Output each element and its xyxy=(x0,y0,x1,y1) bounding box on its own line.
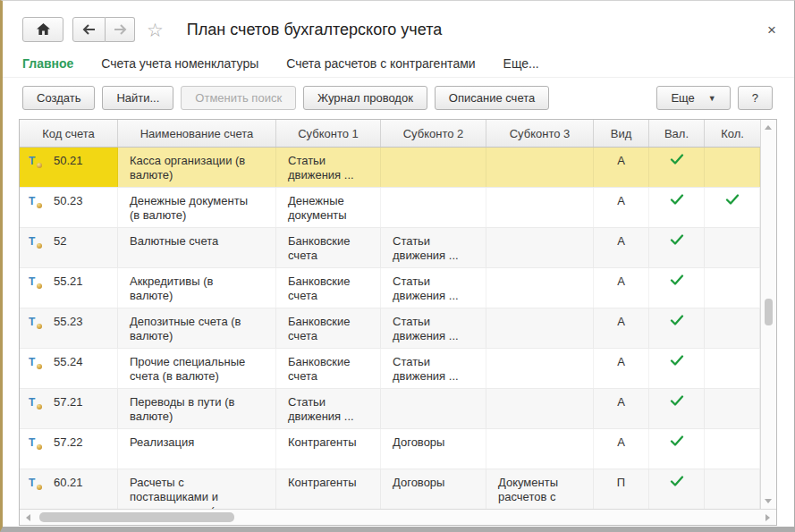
cell-val xyxy=(649,188,705,227)
column-header-val[interactable]: Вал. xyxy=(649,120,705,147)
check-icon xyxy=(670,315,684,326)
table-row[interactable]: Т55.24Прочие специальные счета (в валюте… xyxy=(20,349,760,389)
scroll-up-icon[interactable] xyxy=(765,125,772,130)
cell-subconto2 xyxy=(381,188,486,227)
scroll-down-icon[interactable] xyxy=(765,499,772,503)
create-button[interactable]: Создать xyxy=(22,86,95,110)
cell-account-name: Касса организации (в валюте) xyxy=(118,148,276,187)
account-t-icon: Т xyxy=(29,194,42,208)
cancel-search-button[interactable]: Отменить поиск xyxy=(181,86,296,110)
cell-subconto3 xyxy=(486,268,594,308)
cell-val xyxy=(649,349,705,388)
check-icon xyxy=(670,234,684,246)
cell-subconto3: Документы расчетов с xyxy=(486,469,594,509)
cell-vid: А xyxy=(594,188,649,227)
page-title: План счетов бухгалтерского учета xyxy=(187,21,442,39)
section-tabs: Главное Счета учета номенклатуры Счета р… xyxy=(3,49,794,78)
home-button[interactable] xyxy=(22,17,63,42)
more-button[interactable]: Еще ▼ xyxy=(656,86,730,110)
account-code-text: 55.23 xyxy=(54,315,83,329)
cell-subconto2: Договоры xyxy=(381,469,486,509)
table-row[interactable]: Т57.21Переводы в пути (в валюте)Статьи д… xyxy=(20,389,760,429)
cell-subconto3 xyxy=(486,228,594,267)
account-t-icon: Т xyxy=(29,355,42,369)
column-header-subconto1[interactable]: Субконто 1 xyxy=(276,120,381,147)
cell-val xyxy=(649,148,705,187)
cell-account-name: Денежные документы (в валюте) xyxy=(118,188,276,227)
account-t-icon: Т xyxy=(29,435,42,450)
table-row[interactable]: Т52Валютные счетаБанковские счетаСтатьи … xyxy=(20,228,760,268)
cell-account-code: Т52 xyxy=(20,228,118,267)
tab-more[interactable]: Еще... xyxy=(503,56,539,71)
help-button[interactable]: ? xyxy=(738,86,773,110)
table-header-row: Код счета Наименование счета Субконто 1 … xyxy=(20,120,760,148)
forward-button[interactable] xyxy=(106,17,135,42)
back-button[interactable] xyxy=(72,17,106,42)
cell-account-code: Т60.21 xyxy=(20,469,118,509)
column-header-code[interactable]: Код счета xyxy=(20,120,118,147)
cell-vid: А xyxy=(594,228,649,267)
vertical-scrollbar-thumb[interactable] xyxy=(765,299,773,325)
cell-account-name: Прочие специальные счета (в валюте) xyxy=(118,349,276,388)
cell-subconto1: Контрагенты xyxy=(276,469,381,509)
table-row[interactable]: Т60.21Расчеты с поставщиками и подрядчик… xyxy=(20,469,760,509)
close-icon[interactable]: × xyxy=(767,22,776,38)
star-icon[interactable]: ☆ xyxy=(147,21,164,39)
journal-entries-button[interactable]: Журнал проводок xyxy=(303,86,427,110)
cell-subconto1: Банковские счета xyxy=(276,308,381,348)
cell-subconto2 xyxy=(381,148,486,187)
account-code-text: 50.23 xyxy=(54,194,83,208)
cell-subconto2 xyxy=(381,389,486,428)
cell-kol xyxy=(705,188,760,227)
account-t-icon: Т xyxy=(29,154,42,168)
column-header-subconto3[interactable]: Субконто 3 xyxy=(486,120,594,147)
cell-account-name: Депозитные счета (в валюте) xyxy=(118,308,276,348)
horizontal-scrollbar[interactable] xyxy=(20,509,776,525)
tab-scheta-ucheta-nomenklatury[interactable]: Счета учета номенклатуры xyxy=(101,56,258,71)
arrow-left-icon xyxy=(82,24,97,35)
table-row[interactable]: Т55.21Аккредитивы (в валюте)Банковские с… xyxy=(20,268,760,308)
account-t-icon: Т xyxy=(29,274,42,289)
cell-val xyxy=(649,228,705,267)
account-t-icon: Т xyxy=(29,315,42,329)
table-rows-container: Т50.21Касса организации (в валюте)Статьи… xyxy=(20,148,760,509)
cell-subconto3 xyxy=(486,148,594,187)
column-header-subconto2[interactable]: Субконто 2 xyxy=(381,120,486,147)
cell-kol xyxy=(705,308,760,348)
column-header-vid[interactable]: Вид xyxy=(594,120,649,147)
cell-subconto1: Контрагенты xyxy=(276,429,381,469)
table-row[interactable]: Т50.23Денежные документы (в валюте)Денеж… xyxy=(20,188,760,228)
table-row[interactable]: Т55.23Депозитные счета (в валюте)Банковс… xyxy=(20,308,760,349)
scroll-right-icon[interactable] xyxy=(765,514,770,521)
tab-scheta-raschetov-s-kontragentami[interactable]: Счета расчетов с контрагентами xyxy=(286,56,475,71)
cell-kol xyxy=(705,228,760,267)
cell-val xyxy=(649,429,705,469)
account-code-text: 55.24 xyxy=(54,355,83,369)
cell-subconto2: Статьи движения ... xyxy=(381,349,486,388)
table-row[interactable]: Т50.21Касса организации (в валюте)Статьи… xyxy=(20,148,760,188)
column-header-kol[interactable]: Кол. xyxy=(705,120,760,147)
horizontal-scrollbar-thumb[interactable] xyxy=(39,512,234,522)
check-icon xyxy=(670,355,684,367)
arrow-right-icon xyxy=(113,24,127,35)
cell-account-code: Т57.21 xyxy=(20,389,118,428)
cell-account-code: Т55.24 xyxy=(20,349,118,388)
account-code-text: 57.22 xyxy=(54,435,83,450)
find-button[interactable]: Найти... xyxy=(102,86,173,110)
table-row[interactable]: Т57.22РеализацияКонтрагентыДоговорыА xyxy=(20,429,760,469)
vertical-scrollbar[interactable] xyxy=(760,120,776,509)
cell-kol xyxy=(705,349,760,388)
check-icon xyxy=(670,476,684,487)
cell-vid: А xyxy=(594,268,649,308)
scroll-left-icon[interactable] xyxy=(26,514,30,521)
cell-account-name: Переводы в пути (в валюте) xyxy=(118,389,276,428)
cell-subconto2: Статьи движения ... xyxy=(381,268,486,308)
cell-subconto3 xyxy=(486,188,594,227)
tab-glavnoe[interactable]: Главное xyxy=(22,56,73,71)
column-header-name[interactable]: Наименование счета xyxy=(118,120,276,147)
check-icon xyxy=(670,435,684,447)
home-icon xyxy=(37,23,50,36)
cell-subconto1: Денежные документы xyxy=(276,188,381,227)
cell-vid: А xyxy=(594,349,649,388)
account-description-button[interactable]: Описание счета xyxy=(435,86,549,110)
